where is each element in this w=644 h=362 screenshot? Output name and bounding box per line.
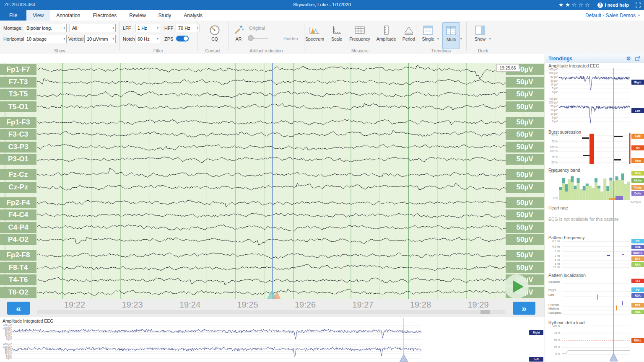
- profile-selector[interactable]: Default - Sales Demos▾: [585, 10, 640, 21]
- notch-select[interactable]: 60 Hz▾: [135, 35, 160, 43]
- menu-tab-review[interactable]: Review: [123, 10, 152, 21]
- measure-group-label: Measure: [304, 48, 416, 53]
- dock-show-button[interactable]: Show: [471, 23, 489, 41]
- badge-sei: SEI: [631, 279, 644, 283]
- channel-label-Fp1-F3: Fp1-F3: [0, 117, 36, 128]
- chevron-down-icon: ▾: [157, 37, 158, 41]
- eeg-scrollbar-thumb[interactable]: [480, 310, 490, 314]
- contact-quality-gauge-icon: [209, 23, 221, 36]
- badge-rda: RDA: [631, 293, 644, 298]
- montage-select[interactable]: Bipolar long.▾: [24, 24, 67, 32]
- eeg-waveforms: [37, 65, 506, 295]
- trendings-multi-button[interactable]: Multi: [442, 22, 460, 49]
- trend-ytick: 50 %: [545, 134, 558, 137]
- freq-band-ymax: 100 %: [545, 170, 558, 173]
- trend-right-badge: Right: [631, 80, 644, 85]
- measure-spectrum-button[interactable]: Spectrum: [305, 23, 324, 41]
- time-label-19:29: 19:29: [468, 300, 489, 310]
- contact-quality-button[interactable]: CQ: [206, 23, 223, 41]
- chevron-down-icon[interactable]: ▾: [460, 37, 462, 41]
- trend-cursor[interactable]: [610, 68, 618, 361]
- lff-label: LFF: [123, 26, 131, 31]
- artifact-reduction-button[interactable]: AR: [231, 23, 246, 41]
- trend-ytick: 20 µV: [545, 79, 558, 82]
- trend-ytick: 4 Hz: [545, 259, 560, 261]
- trend-ytick: 75 %: [545, 155, 558, 158]
- trend-ytick: 10 µV: [545, 112, 558, 115]
- multi-label: Multi: [447, 37, 456, 42]
- scale-label-Fz-Cz: 50µV: [506, 169, 544, 180]
- help-icon[interactable]: ?: [597, 3, 603, 8]
- star-icon-3[interactable]: ☆: [572, 0, 577, 10]
- period-icon: [402, 23, 415, 36]
- trend-ytick: 2 Hz: [545, 254, 560, 257]
- show-group-label: Show: [0, 48, 119, 53]
- channel-label-C4-P4: C4-P4: [0, 222, 36, 233]
- page-back-button[interactable]: «: [7, 302, 30, 315]
- chevron-down-icon[interactable]: ▾: [489, 37, 491, 41]
- settings-gear-icon[interactable]: ⚙: [626, 55, 631, 62]
- lff-select[interactable]: 1 Hz▾: [135, 24, 160, 32]
- badge-time: Time: [631, 158, 644, 163]
- ar-slider-knob[interactable]: [248, 35, 254, 41]
- menu-tab-study[interactable]: Study: [152, 10, 178, 21]
- star-rating[interactable]: ★★☆☆☆: [558, 0, 589, 10]
- menu-tabs: FileViewAnnotationElectrodesReviewStudyA…: [0, 10, 209, 21]
- help-label: I need help: [605, 3, 629, 8]
- trend-ytick: 0.5 Hz: [545, 245, 560, 248]
- vertical-select[interactable]: 10 µV/mm▾: [84, 35, 116, 43]
- scale-label-Fp2-F8: 50µV: [506, 250, 544, 261]
- page-forward-button[interactable]: »: [513, 302, 535, 315]
- scale-label-T5-O1: 50µV: [506, 101, 544, 112]
- hff-select[interactable]: 70 Hz▾: [176, 24, 200, 32]
- freq-range-label: 0-200µV: [631, 201, 644, 204]
- horizontal-select[interactable]: 10 s/page▾: [24, 35, 67, 43]
- menu-bar: FileViewAnnotationElectrodesReviewStudyA…: [0, 10, 644, 21]
- eeg-chart[interactable]: [0, 63, 545, 299]
- play-button[interactable]: [504, 274, 529, 299]
- eeg-scrollbar[interactable]: [37, 310, 505, 314]
- trendings-single-button[interactable]: Single: [419, 23, 437, 41]
- star-icon-4[interactable]: ☆: [578, 0, 583, 10]
- chevron-down-icon[interactable]: ▾: [437, 37, 439, 41]
- star-icon-1[interactable]: ★: [558, 0, 564, 10]
- scale-label-F7-T3: 50µV: [506, 77, 544, 88]
- contact-group-label: Contact: [197, 48, 229, 53]
- montage-filter-select[interactable]: All▾: [70, 24, 116, 32]
- measure-amplitude-button[interactable]: Amplitude: [377, 23, 396, 41]
- zps-label: ZPS: [164, 36, 173, 41]
- menu-tab-view[interactable]: View: [26, 10, 50, 21]
- menu-tab-analysis[interactable]: Analysis: [177, 10, 209, 21]
- badge-beta: Beta: [631, 171, 644, 176]
- application-window: ZE-20-003-464 Skywalker, Luke - 1/1/2020…: [0, 0, 644, 362]
- measure-frequency-button[interactable]: Frequency: [349, 23, 370, 41]
- menu-tab-electrodes[interactable]: Electrodes: [87, 10, 123, 21]
- star-icon-2[interactable]: ★: [565, 0, 570, 10]
- badge-rda: RDA: [631, 245, 644, 249]
- star-icon-5[interactable]: ☆: [585, 0, 590, 10]
- badge-delta: Delta: [631, 191, 644, 196]
- channel-label-F7-T3: F7-T3: [0, 77, 36, 88]
- notch-value: 60 Hz: [138, 36, 150, 41]
- eeg-cursor[interactable]: [267, 63, 280, 299]
- magic-wand-icon: [233, 23, 244, 36]
- ribbon-separator: [229, 22, 229, 51]
- aeeg-left-badge: Left: [529, 357, 543, 362]
- zps-toggle[interactable]: [176, 36, 189, 41]
- expand-icon[interactable]: [636, 3, 641, 8]
- channel-label-T5-O1: T5-O1: [0, 101, 36, 112]
- chevron-down-icon: ▾: [63, 37, 65, 41]
- time-label-19:25: 19:25: [237, 300, 258, 310]
- measure-scale-button[interactable]: Scale: [330, 23, 343, 41]
- measure-period-button[interactable]: Period: [402, 23, 415, 41]
- scale-label-F3-C3: 50µV: [506, 129, 544, 140]
- spectrum-icon: [308, 23, 321, 36]
- menu-tab-annotation[interactable]: Annotation: [50, 10, 86, 21]
- help-group[interactable]: ? I need help: [597, 3, 629, 8]
- cq-label: CQ: [211, 36, 218, 41]
- trend-ytick: 1 Hz: [545, 250, 560, 253]
- horizontal-value: 10 s/page: [26, 36, 47, 41]
- vertical-label: Vertical: [68, 36, 83, 41]
- popout-icon[interactable]: [635, 56, 640, 61]
- menu-tab-file[interactable]: File: [0, 10, 26, 21]
